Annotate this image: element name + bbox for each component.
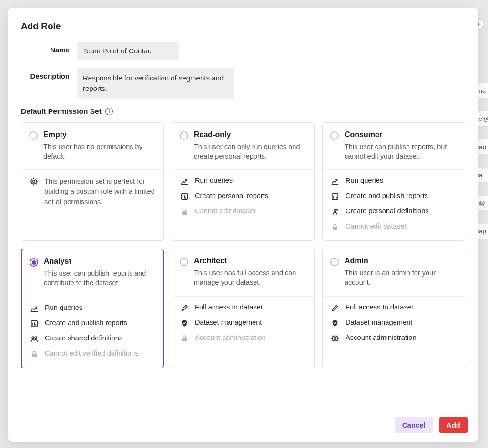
perm-item: Create personal definitions xyxy=(330,207,457,217)
report-icon xyxy=(330,192,340,201)
report-icon xyxy=(180,192,189,201)
radio-read-only[interactable] xyxy=(180,131,188,140)
card-desc: This user can publish reports, but canno… xyxy=(345,142,457,161)
radio-architect[interactable] xyxy=(180,258,188,266)
name-input[interactable] xyxy=(77,42,179,60)
perm-text: Dataset management xyxy=(346,319,412,326)
radio-analyst[interactable] xyxy=(30,258,38,267)
perm-item: Cannot edit verified definitions xyxy=(30,349,155,359)
permission-card-architect[interactable]: ArchitectThis user has full access and c… xyxy=(172,249,315,368)
radio-admin[interactable] xyxy=(330,258,339,266)
chart-up-icon xyxy=(330,177,340,186)
info-icon[interactable]: i xyxy=(105,108,113,115)
perm-item: Run queries xyxy=(30,304,155,313)
modal-title: Add Role xyxy=(21,21,465,31)
perm-item: Run queries xyxy=(180,177,306,186)
card-title: Empty xyxy=(43,130,156,139)
permission-card-analyst[interactable]: AnalystThis user can publish reports and… xyxy=(21,249,164,368)
add-button[interactable]: Add xyxy=(439,417,468,433)
perm-text: Dataset management xyxy=(195,319,262,326)
card-title: Admin xyxy=(345,257,457,265)
lock-icon xyxy=(180,334,189,343)
pencil-icon xyxy=(180,303,189,313)
perm-item: Run queries xyxy=(330,177,457,186)
perm-text: Run queries xyxy=(45,304,82,311)
gear-icon xyxy=(29,177,39,186)
lock-icon xyxy=(330,222,340,232)
perm-text: Account administration xyxy=(346,334,417,341)
card-desc: This user can publish reports and contri… xyxy=(44,269,155,288)
perm-item: Create shared definitions xyxy=(30,334,155,344)
perm-item: Create personal reports xyxy=(180,192,306,201)
modal-footer: Cancel Add xyxy=(8,408,478,442)
card-title: Read-only xyxy=(194,130,306,139)
perm-text: Create and publish reports xyxy=(45,319,127,327)
perm-text: Full access to dataset xyxy=(346,303,413,311)
shield-check-icon xyxy=(180,319,189,328)
perm-text: Account administration xyxy=(195,334,266,341)
perm-item: Full access to dataset xyxy=(180,303,306,313)
chart-up-icon xyxy=(30,304,39,313)
perm-text: Run queries xyxy=(195,177,233,184)
card-desc: This user has no permissions by default. xyxy=(43,142,156,161)
perm-item: Cannot edit dataset xyxy=(330,222,457,232)
perm-item: Cannot edit dataset xyxy=(180,207,306,217)
perm-item: Full access to dataset xyxy=(330,303,457,313)
radio-empty[interactable] xyxy=(29,131,38,140)
permission-card-consumer[interactable]: ConsumerThis user can publish reports, b… xyxy=(322,122,465,241)
perm-item: Account administration xyxy=(330,334,457,343)
card-title: Consumer xyxy=(345,130,457,139)
card-note-text: This permission set is perfect for build… xyxy=(44,177,156,207)
card-desc: This user has full access and can manage… xyxy=(194,268,306,288)
perm-item: Dataset management xyxy=(330,319,457,328)
definition-shared-icon xyxy=(30,334,39,344)
card-title: Analyst xyxy=(44,257,155,266)
description-label: Description xyxy=(21,68,77,80)
card-title: Architect xyxy=(194,257,306,265)
perm-text: Cannot edit dataset xyxy=(346,222,406,230)
perm-text: Run queries xyxy=(346,177,383,184)
definition-personal-icon xyxy=(330,207,340,217)
lock-icon xyxy=(180,207,189,217)
card-desc: This user is an admin for your account. xyxy=(345,268,457,288)
perm-text: Full access to dataset xyxy=(195,303,263,311)
perm-item: Account administration xyxy=(180,334,306,343)
perm-text: Create personal definitions xyxy=(346,207,429,215)
permission-set-grid: EmptyThis user has no permissions by def… xyxy=(21,122,465,368)
permission-card-admin[interactable]: AdminThis user is an admin for your acco… xyxy=(322,249,465,368)
perm-text: Create personal reports xyxy=(195,192,268,199)
card-desc: This user can only run queries and creat… xyxy=(194,142,306,161)
perm-item: Create and publish reports xyxy=(330,192,457,201)
chart-up-icon xyxy=(180,177,189,186)
radio-consumer[interactable] xyxy=(330,131,339,140)
add-role-modal: Add Role Name Description Responsible fo… xyxy=(8,8,478,442)
pencil-icon xyxy=(330,303,340,313)
description-input[interactable]: Responsible for verification of segments… xyxy=(77,68,234,99)
cancel-button[interactable]: Cancel xyxy=(395,417,433,433)
lock-icon xyxy=(30,349,39,359)
shield-check-icon xyxy=(330,319,340,328)
section-label: Default Permission Set xyxy=(21,107,102,116)
perm-item: Create and publish reports xyxy=(30,319,155,329)
perm-text: Create and publish reports xyxy=(346,192,428,199)
perm-text: Cannot edit dataset xyxy=(195,207,255,215)
name-label: Name xyxy=(21,42,77,54)
perm-item: Dataset management xyxy=(180,319,306,328)
perm-text: Cannot edit verified definitions xyxy=(45,349,139,357)
gear-icon xyxy=(330,334,340,343)
perm-text: Create shared definitions xyxy=(45,334,122,342)
permission-card-empty[interactable]: EmptyThis user has no permissions by def… xyxy=(21,122,164,241)
permission-card-read-only[interactable]: Read-onlyThis user can only run queries … xyxy=(172,122,315,241)
report-icon xyxy=(30,319,39,329)
